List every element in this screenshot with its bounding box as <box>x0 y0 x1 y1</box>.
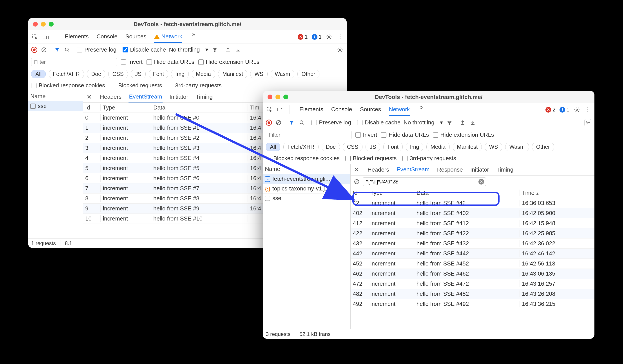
detail-tab-headers[interactable]: Headers <box>100 92 122 102</box>
request-item[interactable]: sse <box>263 194 350 203</box>
tab-elements[interactable]: Elements <box>65 31 89 43</box>
column-header-data[interactable]: Data <box>414 190 520 196</box>
table-row[interactable]: 402incrementhello from SSE #40216:42:05.… <box>351 208 594 218</box>
panel-settings-icon[interactable] <box>584 119 591 126</box>
detail-tab-headers[interactable]: Headers <box>367 164 389 175</box>
hide-data-urls-checkbox[interactable]: Hide data URLs <box>147 59 194 65</box>
search-icon[interactable] <box>64 46 71 53</box>
invert-checkbox[interactable]: Invert <box>356 131 377 138</box>
minimize-icon[interactable] <box>41 22 46 27</box>
hide-ext-urls-checkbox[interactable]: Hide extension URLs <box>433 131 494 138</box>
titlebar[interactable]: DevTools - fetch-eventstream.glitch.me/ <box>28 18 347 30</box>
message-badge[interactable]: ፧1 <box>559 107 569 113</box>
column-header-id[interactable]: Id <box>83 104 101 111</box>
table-row[interactable]: 462incrementhello from SSE #46216:43:06.… <box>351 269 594 279</box>
detail-tab-eventstream[interactable]: EventStream <box>129 91 162 102</box>
table-row[interactable]: 412incrementhello from SSE #41216:42:15.… <box>351 218 594 228</box>
download-icon[interactable] <box>235 46 242 53</box>
pill-ws[interactable]: WS <box>485 143 502 151</box>
pill-img[interactable]: Img <box>171 70 189 78</box>
inspect-element-icon[interactable] <box>266 106 273 113</box>
throttling-select[interactable]: No throttling▾ <box>169 46 208 53</box>
blocked-requests-checkbox[interactable]: Blocked requests <box>345 155 397 162</box>
message-badge[interactable]: ፧1 <box>312 34 322 40</box>
column-header-id[interactable]: Id <box>351 190 368 196</box>
kebab-menu-icon[interactable]: ⋮ <box>584 106 591 113</box>
tab-network[interactable]: Network <box>154 31 182 43</box>
panel-settings-icon[interactable] <box>336 46 344 53</box>
tab-elements[interactable]: Elements <box>299 104 323 116</box>
search-icon[interactable] <box>298 119 305 126</box>
table-row[interactable]: 482incrementhello from SSE #48216:43:26.… <box>351 289 594 299</box>
table-row[interactable]: 422incrementhello from SSE #42216:42:25.… <box>351 228 594 239</box>
inspect-element-icon[interactable] <box>31 33 38 40</box>
tab-network[interactable]: Network <box>389 104 410 116</box>
blocked-requests-checkbox[interactable]: Blocked requests <box>111 82 162 89</box>
tab-console[interactable]: Console <box>331 104 352 116</box>
tab-console[interactable]: Console <box>96 31 117 43</box>
pill-ws[interactable]: WS <box>250 70 267 78</box>
clear-filter-icon[interactable]: ✕ <box>478 179 484 184</box>
clear-icon[interactable] <box>275 119 282 126</box>
record-icon[interactable] <box>266 120 272 126</box>
detail-tab-initiator[interactable]: Initiator <box>470 164 490 175</box>
invert-checkbox[interactable]: Invert <box>121 59 143 65</box>
wifi-icon[interactable] <box>211 46 218 53</box>
close-icon[interactable] <box>33 22 38 27</box>
minimize-icon[interactable] <box>275 95 280 99</box>
pill-js[interactable]: JS <box>131 70 146 78</box>
third-party-checkbox[interactable]: 3rd-party requests <box>168 82 222 89</box>
column-header-name[interactable]: Name <box>263 164 350 174</box>
record-icon[interactable] <box>31 47 37 53</box>
hide-ext-urls-checkbox[interactable]: Hide extension URLs <box>198 59 259 65</box>
detail-tab-eventstream[interactable]: EventStream <box>396 164 430 175</box>
close-icon[interactable] <box>267 95 272 99</box>
tab-sources[interactable]: Sources <box>360 104 381 116</box>
kebab-menu-icon[interactable]: ⋮ <box>336 33 344 40</box>
close-detail-icon[interactable]: ✕ <box>87 93 92 101</box>
table-row[interactable]: 492incrementhello from SSE #49216:43:36.… <box>351 299 594 309</box>
table-row[interactable]: 472incrementhello from SSE #47216:43:16.… <box>351 279 594 289</box>
pill-doc[interactable]: Doc <box>322 143 340 151</box>
column-header-time[interactable]: Time <box>520 190 594 196</box>
preserve-log-checkbox[interactable]: Preserve log <box>312 119 351 126</box>
third-party-checkbox[interactable]: 3rd-party requests <box>402 155 456 162</box>
titlebar[interactable]: DevTools - fetch-eventstream.glitch.me/ <box>263 91 594 103</box>
pill-js[interactable]: JS <box>366 143 380 151</box>
detail-tab-response[interactable]: Response <box>437 164 463 175</box>
eventstream-filter-input[interactable] <box>363 177 486 186</box>
settings-icon[interactable] <box>573 106 580 113</box>
throttling-select[interactable]: No throttling▾ <box>403 119 443 126</box>
detail-tab-initiator[interactable]: Initiator <box>169 92 189 102</box>
column-header-type[interactable]: Type <box>368 190 414 196</box>
table-row[interactable]: 452incrementhello from SSE #45216:42:56.… <box>351 259 594 269</box>
upload-icon[interactable] <box>459 119 466 126</box>
pill-img[interactable]: Img <box>406 143 423 151</box>
device-toolbar-icon[interactable] <box>277 106 284 113</box>
pill-fetchxhr[interactable]: Fetch/XHR <box>283 143 318 151</box>
maximize-icon[interactable] <box>283 95 288 99</box>
pill-font[interactable]: Font <box>383 143 403 151</box>
filter-funnel-icon[interactable] <box>54 46 61 53</box>
filter-input[interactable] <box>31 58 117 66</box>
request-item[interactable]: {;}topics-taxonomy-v1.j... <box>263 184 350 194</box>
column-header-name[interactable]: Name <box>28 91 83 101</box>
request-item[interactable]: sse <box>28 101 83 111</box>
pill-other[interactable]: Other <box>532 143 554 151</box>
device-toolbar-icon[interactable] <box>42 33 49 40</box>
table-row[interactable]: 42incrementhello from SSE #4216:36:03.65… <box>351 198 594 208</box>
filter-input[interactable] <box>266 131 352 139</box>
table-row[interactable]: 432incrementhello from SSE #43216:42:36.… <box>351 239 594 249</box>
pill-manifest[interactable]: Manifest <box>218 70 247 78</box>
pill-wasm[interactable]: Wasm <box>505 143 529 151</box>
traffic-lights[interactable] <box>28 22 54 27</box>
pill-font[interactable]: Font <box>149 70 168 78</box>
pill-manifest[interactable]: Manifest <box>453 143 482 151</box>
error-badge[interactable]: ✕1 <box>298 34 308 40</box>
settings-icon[interactable] <box>326 33 333 40</box>
maximize-icon[interactable] <box>49 22 54 27</box>
detail-tab-timing[interactable]: Timing <box>496 164 514 175</box>
pill-media[interactable]: Media <box>192 70 215 78</box>
wifi-icon[interactable] <box>446 119 453 126</box>
table-row[interactable]: 442incrementhello from SSE #44216:42:46.… <box>351 249 594 259</box>
